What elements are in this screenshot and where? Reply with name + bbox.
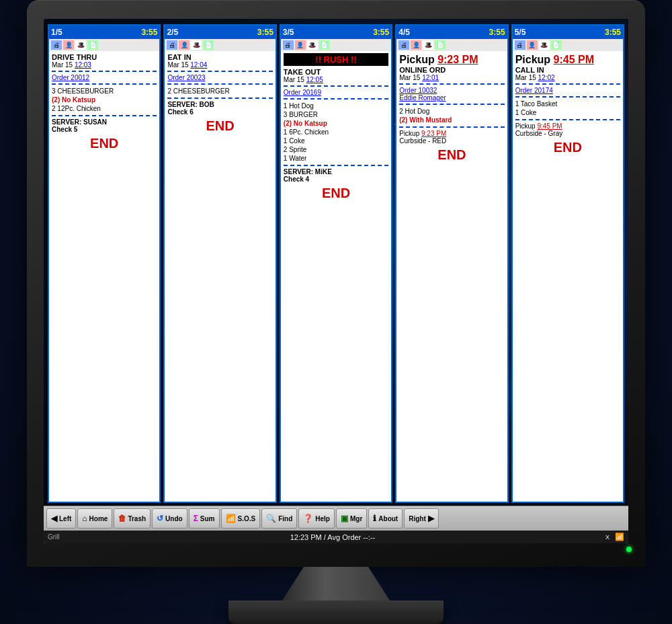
right-arrow-icon: ▶ [428,514,434,523]
person-icon-4: 👤 [411,40,421,50]
power-led [626,547,632,552]
ticket-5-order[interactable]: Order 20174 [515,87,620,94]
monitor-bezel-top [27,0,645,19]
printer-icon-4: 🖨 [398,40,409,50]
monitor-outer: 1/5 3:55 🖨 👤 🎩 📄 DRIVE THRU [27,0,645,567]
about-button[interactable]: ℹ About [368,508,403,529]
ticket-4-num: 4/5 [398,28,410,37]
ticket-4-time: 3:55 [489,28,505,37]
ticket-3-order[interactable]: Order 20169 [284,89,388,96]
ticket-2[interactable]: 2/5 3:55 🖨 👤 🎩 📄 EAT IN Mar 1 [163,24,276,503]
status-grill-label: Grill [48,533,60,541]
sum-button[interactable]: Σ Sum [189,508,220,529]
ticket-4-order[interactable]: Order 10032 [399,87,504,94]
mgr-button[interactable]: ▣ Mgr [336,508,367,529]
monitor-stand-base [228,600,444,624]
taskbar-buttons: ◀ Left ⌂ Home 🗑 Trash ↺ [44,506,628,531]
trash-button[interactable]: 🗑 Trash [114,508,151,529]
sum-icon: Σ [194,514,198,523]
tickets-area: 1/5 3:55 🖨 👤 🎩 📄 DRIVE THRU [44,19,628,506]
person-icon-5: 👤 [527,40,538,50]
ticket-2-date: Mar 15 12:04 [167,61,272,69]
ticket-4[interactable]: 4/5 3:55 🖨 👤 🎩 📄 Pickup 9:23 PM [395,24,508,503]
ticket-5-time: 3:55 [605,28,621,37]
wifi-icon: 📶 [615,533,624,541]
help-button[interactable]: ❓ Help [298,508,335,529]
ticket-2-icons: 🖨 👤 🎩 📄 [165,39,275,51]
ticket-3-num: 3/5 [283,28,294,37]
doc-icon-5: 📄 [551,40,562,50]
ticket-4-customer: Eddie Romager [399,94,504,102]
undo-button[interactable]: ↺ Undo [152,508,187,529]
ticket-5-body: Pickup 9:45 PM CALL IN Mar 15 12:02 Orde… [513,51,623,502]
printer-icon-5: 🖨 [515,40,526,50]
ticket-2-time-link[interactable]: 12:04 [190,61,207,69]
ticket-3-time: 3:55 [373,28,389,37]
ticket-2-items: 2 CHEESEBURGER [167,87,272,95]
hat-icon-5: 🎩 [539,40,550,50]
ticket-1-type: DRIVE THRU [52,53,157,61]
monitor-screen: 1/5 3:55 🖨 👤 🎩 📄 DRIVE THRU [44,19,628,543]
ticket-2-time: 3:55 [257,28,274,37]
home-button[interactable]: ⌂ Home [77,508,112,529]
hat-icon-4: 🎩 [423,40,433,50]
ticket-4-type: ONLINE ORD [399,66,504,74]
sos-icon: 📶 [226,514,236,523]
hat-icon-2: 🎩 [191,40,202,50]
home-icon: ⌂ [82,514,87,523]
mgr-icon: ▣ [341,514,348,523]
status-x-label: X [605,534,610,541]
ticket-5-curbside: Pickup 9:45 PM Curbside - Gray [515,122,620,137]
status-center-text: 12:23 PM / Avg Order --:-- [290,533,375,541]
ticket-4-body: Pickup 9:23 PM ONLINE ORD Mar 15 12:01 O… [396,51,507,502]
find-icon: 🔍 [266,514,276,523]
taskbar-status: Grill 12:23 PM / Avg Order --:-- X 📶 [44,531,628,543]
about-icon: ℹ [373,514,376,523]
right-button[interactable]: Right ▶ [404,508,439,529]
sos-button[interactable]: 📶 S.O.S [221,508,261,529]
ticket-1-header: 1/5 3:55 [49,26,159,39]
ticket-4-items: 2 Hot Dog (2) With Mustard [399,107,504,124]
ticket-1-icons: 🖨 👤 🎩 📄 [49,39,159,51]
ticket-2-body: EAT IN Mar 15 12:04 Order 20023 2 CHEESE… [165,51,275,502]
ticket-4-pickup-header: Pickup 9:23 PM [399,53,504,66]
ticket-2-server: SERVER: BOB Check 6 [167,101,272,116]
ticket-3-date: Mar 15 12:05 [284,76,388,83]
help-icon: ❓ [303,514,313,523]
doc-icon-3: 📄 [319,40,330,50]
ticket-2-order[interactable]: Order 20023 [167,74,272,81]
ticket-5-icons: 🖨 👤 🎩 📄 [513,39,623,51]
hat-icon: 🎩 [75,40,86,50]
ticket-2-type: EAT IN [167,53,272,61]
ticket-3[interactable]: 3/5 3:55 🖨 👤 🎩 📄 !! RUSH !! TAKE OUT [280,24,392,503]
monitor-stand-neck [282,567,390,600]
find-button[interactable]: 🔍 Find [261,508,297,529]
ticket-5[interactable]: 5/5 3:55 🖨 👤 🎩 📄 Pickup 9:45 PM [511,24,624,503]
ticket-2-header: 2/5 3:55 [165,26,275,39]
ticket-1[interactable]: 1/5 3:55 🖨 👤 🎩 📄 DRIVE THRU [48,24,161,503]
taskbar: ◀ Left ⌂ Home 🗑 Trash ↺ [44,506,628,543]
ticket-1-time-link[interactable]: 12:03 [75,61,91,69]
ticket-1-order[interactable]: Order 20012 [52,74,157,81]
ticket-3-time-link[interactable]: 12:05 [306,76,323,83]
ticket-5-date: Mar 15 12:02 [515,74,620,81]
ticket-4-header: 4/5 3:55 [396,26,507,39]
ticket-5-time-link[interactable]: 12:02 [538,74,555,81]
ticket-5-pickup-header: Pickup 9:45 PM [515,53,620,66]
printer-icon-3: 🖨 [283,40,294,50]
left-button[interactable]: ◀ Left [46,508,76,529]
printer-icon-2: 🖨 [167,40,177,50]
ticket-5-items: 1 Taco Basket 1 Coke [515,100,620,117]
ticket-4-time-link[interactable]: 12:01 [422,74,439,81]
ticket-3-icons: 🖨 👤 🎩 📄 [281,39,391,51]
left-arrow-icon: ◀ [51,514,57,523]
hat-icon-3: 🎩 [307,40,318,50]
ticket-1-time: 3:55 [141,28,157,37]
printer-icon: 🖨 [51,40,62,50]
trash-icon: 🗑 [118,514,126,523]
ticket-2-end: END [167,118,272,134]
screen-content: 1/5 3:55 🖨 👤 🎩 📄 DRIVE THRU [44,19,628,543]
ticket-3-header: 3/5 3:55 [281,26,391,39]
ticket-4-end: END [399,147,504,163]
undo-icon: ↺ [157,514,163,523]
